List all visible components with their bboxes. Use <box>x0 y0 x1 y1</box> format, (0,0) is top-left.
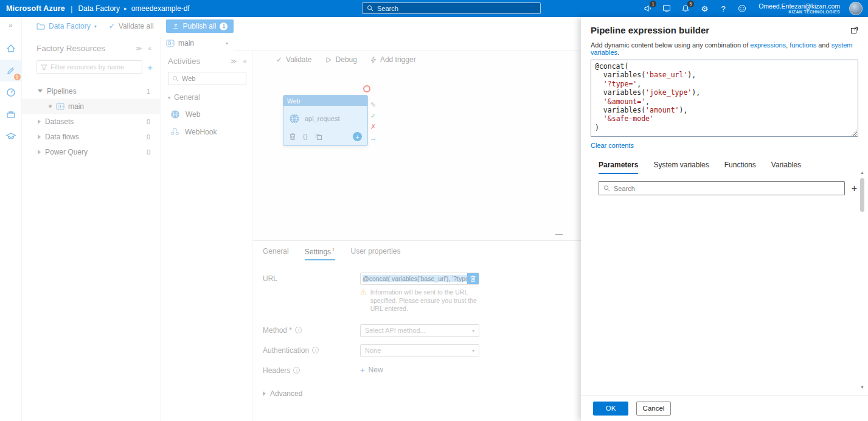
user-organization: KIZAN TECHNOLOGIES <box>759 10 840 15</box>
avatar[interactable] <box>849 2 863 15</box>
expression-editor[interactable]: @concat( variables('base_url'), '?type='… <box>591 60 858 137</box>
ok-button[interactable]: OK <box>593 402 628 416</box>
url-warning-text: Information will be sent to the URL spec… <box>370 288 485 313</box>
pipeline-name: main <box>68 102 84 111</box>
clear-contents-link[interactable]: Clear contents <box>591 142 634 149</box>
nav-home[interactable] <box>0 38 22 60</box>
collapse-all-icon[interactable]: ≫ <box>136 45 142 52</box>
chevron-down-icon: ▾ <box>472 328 474 333</box>
node-ports: ✎ ✓ ✗ → <box>370 101 377 142</box>
tab-general[interactable]: General <box>263 247 289 260</box>
publish-all-button[interactable]: Publish all 1 <box>166 19 234 33</box>
scroll-thumb[interactable] <box>860 178 864 212</box>
tree-dataflows[interactable]: Data flows 0 <box>22 129 160 144</box>
publish-count-badge: 1 <box>220 23 227 30</box>
advanced-toggle[interactable]: Advanced <box>263 389 581 398</box>
trash-icon <box>470 275 476 282</box>
validate-all-button[interactable]: ✓ Validate all <box>109 22 154 30</box>
gear-icon[interactable]: ⚙ <box>700 4 709 13</box>
collapse-panel-icon[interactable]: « <box>243 58 246 64</box>
tab-label: main <box>178 39 194 47</box>
nav-monitor[interactable] <box>0 82 22 103</box>
functions-link[interactable]: functions <box>790 41 816 49</box>
expand-rail-button[interactable]: » <box>9 17 12 33</box>
tree-datasets[interactable]: Datasets 0 <box>22 114 160 129</box>
activities-search[interactable] <box>168 72 246 85</box>
webhook-icon <box>170 127 179 136</box>
tab-parameters[interactable]: Parameters <box>599 161 638 174</box>
global-search-input[interactable] <box>377 5 536 12</box>
activities-group-general[interactable]: ▾ General <box>168 93 246 102</box>
azure-brand[interactable]: Microsoft Azure <box>6 4 65 13</box>
tree-count: 1 <box>147 88 150 95</box>
graduation-cap-icon <box>6 131 16 141</box>
help-icon[interactable]: ? <box>718 4 728 13</box>
toolbox-icon <box>6 110 16 119</box>
authentication-select[interactable]: None ▾ <box>360 344 479 357</box>
collapse-properties-button[interactable]: — <box>555 230 563 238</box>
tab-variables[interactable]: Variables <box>771 161 801 174</box>
failure-port-icon[interactable]: ✗ <box>370 123 376 131</box>
nav-author[interactable]: 1 <box>0 60 22 82</box>
activities-search-input[interactable] <box>182 75 242 82</box>
resource-filter[interactable] <box>36 60 142 74</box>
pipeline-canvas[interactable]: ✓ Validate Debug Add trigger Web <box>253 50 581 421</box>
activity-webhook[interactable]: WebHook <box>168 127 246 136</box>
clone-activity-button[interactable] <box>315 133 322 141</box>
tree-pipeline-main[interactable]: main <box>22 99 160 114</box>
left-nav-rail: » 1 <box>0 17 22 421</box>
tree-powerquery[interactable]: Power Query 0 <box>22 144 160 159</box>
tree-label: Power Query <box>45 148 88 156</box>
builder-scrollbar[interactable]: ▲ ▼ <box>858 170 866 389</box>
collapse-all-icon[interactable]: ≫ <box>231 58 237 64</box>
tab-settings[interactable]: Settings1 <box>305 247 335 260</box>
canvas-add-trigger-label: Add trigger <box>380 55 416 64</box>
scroll-up-icon[interactable]: ▲ <box>858 170 866 175</box>
success-port-icon[interactable]: ✓ <box>370 112 376 120</box>
resource-filter-input[interactable] <box>50 63 138 71</box>
nav-learning[interactable] <box>0 125 22 147</box>
tree-pipelines[interactable]: Pipelines 1 <box>22 83 160 99</box>
expressions-link[interactable]: expressions <box>750 41 786 49</box>
nav-manage[interactable] <box>0 103 22 125</box>
completion-port-icon[interactable]: → <box>370 134 377 142</box>
code-braces-button[interactable]: {} <box>303 133 308 140</box>
tv-icon[interactable] <box>662 4 672 13</box>
activity-web[interactable]: Web <box>168 110 246 119</box>
breadcrumb-resource[interactable]: omeedexample-df <box>131 4 190 13</box>
account-menu[interactable]: Omeed.Entezari@kizan.com KIZAN TECHNOLOG… <box>759 2 840 15</box>
edit-port-icon[interactable]: ✎ <box>370 101 376 109</box>
activity-label: Web <box>186 110 200 119</box>
tab-system-variables[interactable]: System variables <box>653 161 709 174</box>
open-in-window-icon[interactable] <box>850 26 858 34</box>
canvas-debug-button[interactable]: Debug <box>325 55 357 64</box>
canvas-add-trigger-button[interactable]: Add trigger <box>370 55 416 64</box>
announcement-icon[interactable]: 1 <box>643 4 653 13</box>
add-output-button[interactable]: + <box>353 132 362 141</box>
method-select[interactable]: Select API method... ▾ <box>360 324 479 337</box>
add-header-button[interactable]: + New <box>360 364 383 375</box>
add-parameter-button[interactable]: + <box>852 183 858 194</box>
canvas-validate-button[interactable]: ✓ Validate <box>276 55 312 64</box>
web-activity-node[interactable]: Web api_request {} + <box>283 95 368 146</box>
tab-pipeline-main[interactable]: main ● <box>161 35 234 50</box>
global-search[interactable] <box>362 2 541 14</box>
copy-icon <box>315 133 322 141</box>
builder-search-input[interactable] <box>614 185 840 192</box>
cancel-button[interactable]: Cancel <box>636 402 671 416</box>
authentication-label: Authentication <box>263 346 309 355</box>
builder-search[interactable] <box>599 181 845 195</box>
bell-icon[interactable]: 5 <box>681 4 690 13</box>
clear-dynamic-content-button[interactable] <box>467 273 479 284</box>
delete-activity-button[interactable] <box>289 133 296 141</box>
scroll-down-icon[interactable]: ▼ <box>858 385 866 389</box>
feedback-icon[interactable] <box>737 4 747 13</box>
collapse-panel-icon[interactable]: « <box>148 45 151 52</box>
tab-user-properties[interactable]: User properties <box>351 247 401 260</box>
collapsed-twisty-icon <box>38 134 41 139</box>
data-factory-menu[interactable]: Data Factory ▾ <box>36 22 97 30</box>
breadcrumb-app[interactable]: Data Factory <box>78 4 120 13</box>
url-input[interactable]: @concat( variables('base_url'), '?type=.… <box>360 273 479 285</box>
add-resource-button[interactable]: + <box>147 62 153 72</box>
tab-functions[interactable]: Functions <box>724 161 756 174</box>
